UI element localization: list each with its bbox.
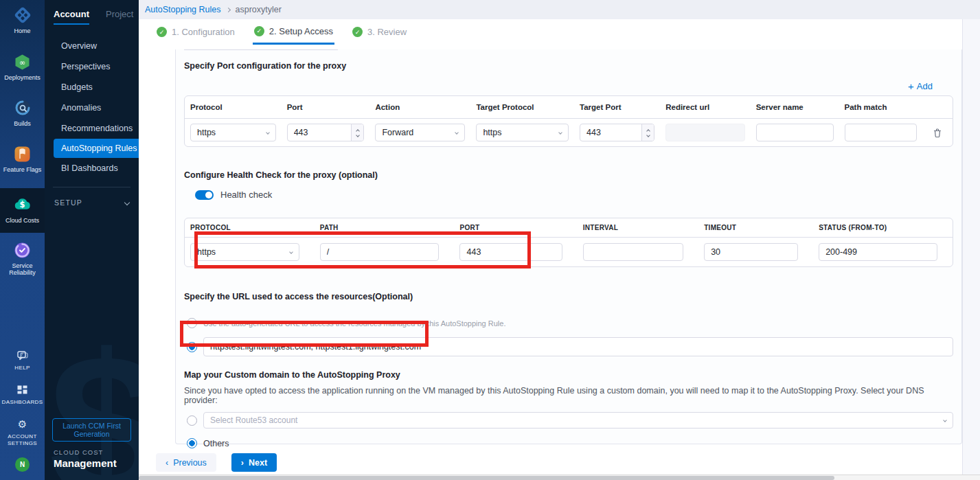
breadcrumb-autostopping-rules-link[interactable]: AutoStopping Rules <box>145 5 221 14</box>
next-button[interactable]: › Next <box>231 453 277 472</box>
url-section-label: Specify the URL used to access the resou… <box>184 292 953 301</box>
stepper-up-icon <box>356 129 360 133</box>
step-review[interactable]: ✓ 3. Review <box>351 19 408 45</box>
redirect-url-input[interactable] <box>665 124 745 141</box>
col-hc-path: PATH <box>315 224 455 231</box>
port-input[interactable] <box>288 124 352 141</box>
annotation-highlight-custom-url <box>180 321 429 347</box>
launch-ccm-first-gen-button[interactable]: Launch CCM First Generation <box>52 418 131 442</box>
sidebar-item-recommendations[interactable]: Recommendations <box>45 118 139 139</box>
rail-item-home[interactable]: Home <box>0 6 45 34</box>
hc-status-input[interactable] <box>819 243 937 261</box>
rail-item-label: Service Reliability <box>5 262 41 276</box>
sidebar-item-perspectives[interactable]: Perspectives <box>45 56 139 77</box>
rail-item-deployments[interactable]: ∞ Deployments <box>0 53 45 81</box>
col-port: Port <box>282 103 370 111</box>
step-complete-check-icon: ✓ <box>157 27 167 37</box>
rail-item-feature-flags[interactable]: Feature Flags <box>0 145 45 173</box>
rail-item-label: Deployments <box>4 74 41 81</box>
add-row: + Add <box>184 81 953 91</box>
col-hc-status: STATUS (FROM-TO) <box>813 224 953 231</box>
target-protocol-select[interactable]: https <box>476 124 569 141</box>
route53-radio[interactable] <box>187 415 197 426</box>
step-complete-check-icon: ✓ <box>254 26 264 36</box>
add-label: Add <box>917 81 933 91</box>
deployments-icon: ∞ <box>14 53 32 71</box>
port-config-table: Protocol Port Action Target Protocol Tar… <box>184 95 953 147</box>
col-protocol: Protocol <box>185 103 282 111</box>
svg-text:$: $ <box>19 200 25 209</box>
protocol-select[interactable]: https <box>190 124 276 141</box>
rail-item-service-reliability[interactable]: Service Reliability <box>0 241 45 276</box>
target-port-input[interactable] <box>580 124 641 141</box>
breadcrumb-current: asproxytyler <box>236 5 282 14</box>
feature-flags-icon <box>14 145 32 163</box>
step-setup-access[interactable]: ✓ 2. Setup Access <box>253 19 334 45</box>
rail-item-account-settings[interactable]: ⚙ ACCOUNT SETTINGS <box>0 419 45 447</box>
dashboards-icon <box>17 385 28 396</box>
rail-item-label: ACCOUNT SETTINGS <box>4 433 41 447</box>
sidebar-setup[interactable]: SETUP <box>45 187 139 207</box>
delete-row-trash-icon[interactable] <box>933 128 942 138</box>
chevron-down-icon <box>266 130 270 135</box>
step-label: 1. Configuration <box>172 27 235 37</box>
hc-timeout-input[interactable] <box>704 243 798 261</box>
sidebar-item-autostopping-rules[interactable]: AutoStopping Rules <box>54 139 139 158</box>
sidebar-item-overview[interactable]: Overview <box>45 36 139 56</box>
svg-text:∞: ∞ <box>19 58 25 67</box>
port-stepper[interactable] <box>351 124 363 141</box>
previous-label: Previous <box>173 458 207 468</box>
wizard-footer: ‹ Previous › Next <box>156 453 962 472</box>
tab-account[interactable]: Account <box>54 9 89 25</box>
cloud-costs-icon: $ <box>14 196 32 214</box>
health-check-toggle-label: Health check <box>220 190 272 200</box>
others-option-row: Others <box>184 438 953 448</box>
rail-item-cloud-costs[interactable]: $ Cloud Costs <box>0 188 45 233</box>
rail-item-label: DASHBOARDS <box>1 399 43 406</box>
wizard-steps: ✓ 1. Configuration ✓ 2. Setup Access ✓ 3… <box>139 19 962 45</box>
port-number-field <box>287 124 365 141</box>
server-name-input[interactable] <box>756 124 834 141</box>
target-port-number-field <box>580 124 654 141</box>
rail-item-builds[interactable]: Builds <box>0 99 45 127</box>
col-path-match: Path match <box>839 103 923 111</box>
path-match-input[interactable] <box>845 124 918 141</box>
col-redirect-url: Redirect url <box>660 103 751 111</box>
horizontal-scrollbar[interactable] <box>139 475 980 480</box>
scope-tabs: Account Project <box>45 0 139 29</box>
health-check-toggle[interactable] <box>195 190 214 200</box>
scrollbar-thumb[interactable] <box>139 476 834 480</box>
chevron-right-icon: › <box>241 458 244 468</box>
sidebar-item-budgets[interactable]: Budgets <box>45 77 139 98</box>
rail-item-dashboards[interactable]: DASHBOARDS <box>0 385 45 406</box>
rail-item-help[interactable]: ? HELP <box>0 350 45 372</box>
others-radio[interactable] <box>187 438 197 448</box>
right-gutter <box>962 19 980 475</box>
col-hc-port: PORT <box>454 224 577 231</box>
rail-user[interactable]: N <box>0 457 45 472</box>
user-avatar[interactable]: N <box>15 457 30 472</box>
sidebar-item-bi-dashboards[interactable]: BI Dashboards <box>45 158 139 179</box>
rail-item-label: Builds <box>14 120 31 127</box>
chevron-down-icon <box>943 418 947 422</box>
custom-domain-description: Since you have opted to access the appli… <box>184 386 953 405</box>
route53-placeholder: Select Route53 account <box>210 415 297 425</box>
hc-interval-input[interactable] <box>583 243 683 261</box>
custom-domain-section-label: Map your Custom domain to the AutoStoppi… <box>184 370 953 380</box>
action-select[interactable]: Forward <box>375 124 465 141</box>
route53-account-select[interactable]: Select Route53 account <box>203 412 953 428</box>
col-action: Action <box>369 103 470 111</box>
ccm-sidebar: $ Account Project Overview Perspectives … <box>45 0 139 480</box>
sidebar-item-anomalies[interactable]: Anomalies <box>45 98 139 118</box>
tab-project[interactable]: Project <box>106 9 133 19</box>
col-hc-interval: INTERVAL <box>578 224 698 231</box>
product-brand: CLOUD COST Management <box>45 448 139 480</box>
col-hc-timeout: TIMEOUT <box>698 224 813 231</box>
others-label: Others <box>203 439 229 448</box>
step-complete-check-icon: ✓ <box>352 27 363 37</box>
add-port-button[interactable]: + Add <box>908 81 933 91</box>
rail-item-label: Feature Flags <box>3 166 42 173</box>
step-configuration[interactable]: ✓ 1. Configuration <box>155 19 236 45</box>
previous-button[interactable]: ‹ Previous <box>156 453 216 472</box>
target-port-stepper[interactable] <box>641 124 654 141</box>
